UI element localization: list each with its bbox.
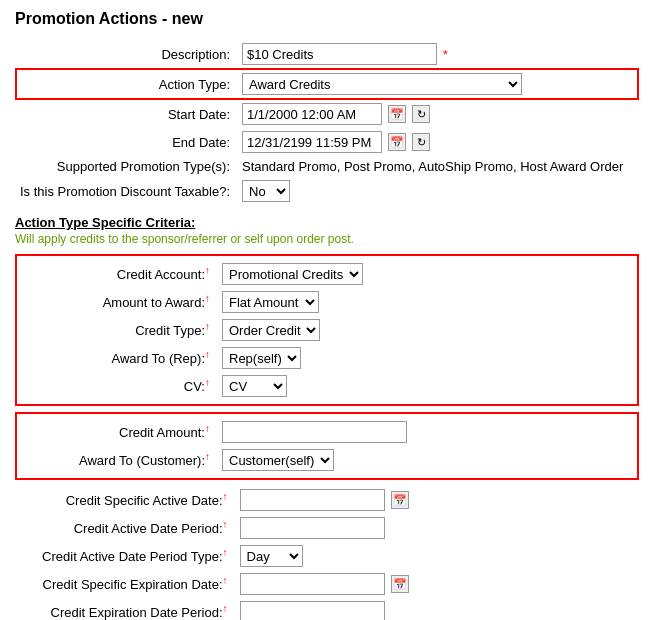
action-type-field-cell: Award Credits Discount Free Product Ship… — [238, 69, 638, 99]
end-date-calendar-icon[interactable]: 📅 — [388, 133, 406, 151]
credit-type-row: Credit Type:↑ Order Credit Store Credit — [23, 316, 631, 344]
cv-label: CV:↑ — [23, 372, 218, 400]
credit-amount-label: Credit Amount:↑ — [23, 418, 218, 446]
page-title: Promotion Actions - new — [15, 10, 639, 28]
end-date-label: End Date: — [16, 128, 238, 156]
top-form: Description: * Action Type: Award Credit… — [15, 40, 639, 205]
supported-row: Supported Promotion Type(s): Standard Pr… — [16, 156, 638, 177]
credit-account-label: Credit Account:↑ — [23, 260, 218, 288]
award-to-rep-field-cell: Rep(self) Sponsor Referrer — [218, 344, 631, 372]
award-to-rep-label: Award To (Rep):↑ — [23, 344, 218, 372]
credit-expiration-date-period-label: Credit Expiration Date Period:↑ — [15, 598, 236, 620]
credit-specific-active-date-cell: 📅 — [236, 486, 639, 514]
required-marker: * — [443, 47, 448, 62]
credit-active-date-period-row: Credit Active Date Period:↑ — [15, 514, 639, 542]
award-to-customer-row: Award To (Customer):↑ Customer(self) Oth… — [23, 446, 631, 474]
start-date-row: Start Date: 📅 ↻ — [16, 99, 638, 128]
taxable-label: Is this Promotion Discount Taxable?: — [16, 177, 238, 205]
credit-specific-expiration-date-row: Credit Specific Expiration Date:↑ 📅 — [15, 570, 639, 598]
amount-to-award-select[interactable]: Flat Amount Percentage — [222, 291, 319, 313]
credit-specific-active-date-row: Credit Specific Active Date:↑ 📅 — [15, 486, 639, 514]
credit-type-label: Credit Type:↑ — [23, 316, 218, 344]
description-label: Description: — [16, 40, 238, 69]
credit-account-select[interactable]: Promotional Credits Other Credits — [222, 263, 363, 285]
end-date-input[interactable] — [242, 131, 382, 153]
cv-select[interactable]: CV No CV — [222, 375, 287, 397]
criteria-table-1: Credit Account:↑ Promotional Credits Oth… — [23, 260, 631, 400]
credit-specific-expiration-date-cell: 📅 — [236, 570, 639, 598]
amount-to-award-label: Amount to Award:↑ — [23, 288, 218, 316]
credit-amount-row: Credit Amount:↑ — [23, 418, 631, 446]
credit-account-field-cell: Promotional Credits Other Credits — [218, 260, 631, 288]
description-row: Description: * — [16, 40, 638, 69]
credit-expiration-date-period-input[interactable] — [240, 601, 385, 620]
credit-specific-active-date-calendar-icon[interactable]: 📅 — [391, 491, 409, 509]
criteria-section-title: Action Type Specific Criteria: — [15, 215, 639, 230]
credit-active-date-period-type-row: Credit Active Date Period Type:↑ Day Wee… — [15, 542, 639, 570]
description-input[interactable] — [242, 43, 437, 65]
start-date-input[interactable] — [242, 103, 382, 125]
end-date-refresh-icon[interactable]: ↻ — [412, 133, 430, 151]
criteria-section-1: Credit Account:↑ Promotional Credits Oth… — [15, 254, 639, 406]
credit-specific-expiration-date-calendar-icon[interactable]: 📅 — [391, 575, 409, 593]
credit-type-select[interactable]: Order Credit Store Credit — [222, 319, 320, 341]
credit-expiration-date-period-row: Credit Expiration Date Period:↑ — [15, 598, 639, 620]
award-to-rep-row: Award To (Rep):↑ Rep(self) Sponsor Refer… — [23, 344, 631, 372]
supported-value: Standard Promo, Post Promo, AutoShip Pro… — [238, 156, 638, 177]
credit-account-row: Credit Account:↑ Promotional Credits Oth… — [23, 260, 631, 288]
cv-field-cell: CV No CV — [218, 372, 631, 400]
criteria-table-2: Credit Amount:↑ Award To (Customer):↑ Cu… — [23, 418, 631, 474]
start-date-field-cell: 📅 ↻ — [238, 99, 638, 128]
supported-label: Supported Promotion Type(s): — [16, 156, 238, 177]
amount-to-award-row: Amount to Award:↑ Flat Amount Percentage — [23, 288, 631, 316]
criteria-section-subtitle: Will apply credits to the sponsor/referr… — [15, 232, 639, 246]
credit-specific-expiration-date-input[interactable] — [240, 573, 385, 595]
credit-specific-active-date-label: Credit Specific Active Date:↑ — [15, 486, 236, 514]
credit-active-date-period-input[interactable] — [240, 517, 385, 539]
taxable-row: Is this Promotion Discount Taxable?: No … — [16, 177, 638, 205]
credit-type-field-cell: Order Credit Store Credit — [218, 316, 631, 344]
cv-row: CV:↑ CV No CV — [23, 372, 631, 400]
end-date-field-cell: 📅 ↻ — [238, 128, 638, 156]
credit-active-date-period-type-cell: Day Week Month Year — [236, 542, 639, 570]
action-type-select[interactable]: Award Credits Discount Free Product Ship… — [242, 73, 522, 95]
action-type-row: Action Type: Award Credits Discount Free… — [16, 69, 638, 99]
credit-specific-expiration-date-label: Credit Specific Expiration Date:↑ — [15, 570, 236, 598]
award-to-rep-select[interactable]: Rep(self) Sponsor Referrer — [222, 347, 301, 369]
credit-active-date-period-cell — [236, 514, 639, 542]
start-date-label: Start Date: — [16, 99, 238, 128]
end-date-row: End Date: 📅 ↻ — [16, 128, 638, 156]
credit-active-date-period-type-select[interactable]: Day Week Month Year — [240, 545, 303, 567]
criteria-section-2: Credit Amount:↑ Award To (Customer):↑ Cu… — [15, 412, 639, 480]
credit-expiration-date-period-cell — [236, 598, 639, 620]
lower-form: Credit Specific Active Date:↑ 📅 Credit A… — [15, 486, 639, 620]
credit-active-date-period-type-label: Credit Active Date Period Type:↑ — [15, 542, 236, 570]
award-to-customer-field-cell: Customer(self) Other — [218, 446, 631, 474]
description-field-cell: * — [238, 40, 638, 69]
taxable-field-cell: No Yes — [238, 177, 638, 205]
taxable-select[interactable]: No Yes — [242, 180, 290, 202]
amount-to-award-field-cell: Flat Amount Percentage — [218, 288, 631, 316]
award-to-customer-label: Award To (Customer):↑ — [23, 446, 218, 474]
start-date-calendar-icon[interactable]: 📅 — [388, 105, 406, 123]
credit-amount-input[interactable] — [222, 421, 407, 443]
action-type-label: Action Type: — [16, 69, 238, 99]
start-date-refresh-icon[interactable]: ↻ — [412, 105, 430, 123]
credit-active-date-period-label: Credit Active Date Period:↑ — [15, 514, 236, 542]
award-to-customer-select[interactable]: Customer(self) Other — [222, 449, 334, 471]
credit-specific-active-date-input[interactable] — [240, 489, 385, 511]
credit-amount-field-cell — [218, 418, 631, 446]
